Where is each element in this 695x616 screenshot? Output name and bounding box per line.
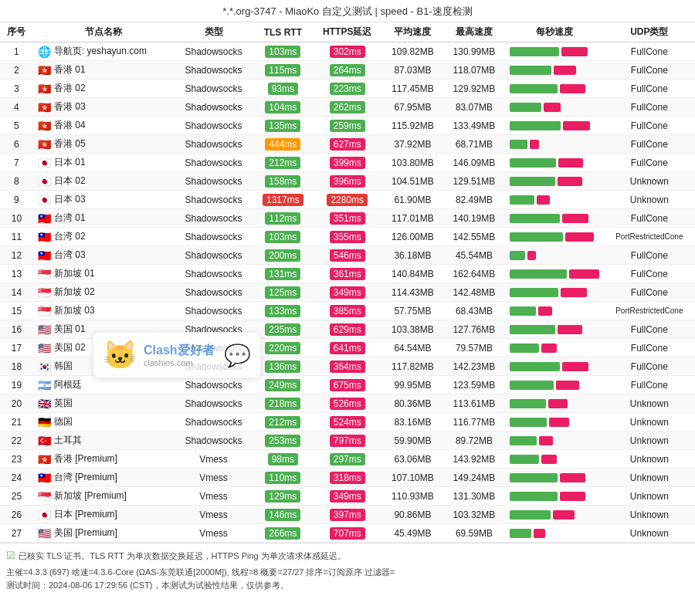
https-badge: 361ms — [330, 268, 365, 280]
cell-tls-rtt: 158ms — [253, 172, 313, 191]
cell-name: 🇰🇷韩国 — [33, 357, 174, 376]
https-badge: 399ms — [330, 157, 365, 169]
results-table: 序号 节点名称 类型 TLS RTT HTTPS延迟 平均速度 最高速度 每秒速… — [0, 22, 695, 543]
table-row: 17🇺🇸美国 02Shadowsocks220ms641ms64.54MB79.… — [0, 339, 695, 357]
node-label: 香港 [Premium] — [54, 452, 117, 465]
col-udp: UDP类型 — [604, 22, 695, 42]
cell-https-delay: 351ms — [313, 209, 382, 228]
cell-https-delay: 399ms — [313, 154, 382, 172]
table-row: 15🇸🇬新加坡 03Shadowsocks133ms385ms57.75MB68… — [0, 302, 695, 320]
flag-icon: 🇹🇼 — [38, 472, 51, 484]
cell-max-speed: 149.24MB — [443, 469, 504, 487]
cell-https-delay: 797ms — [313, 432, 382, 450]
cell-speed-bar — [505, 376, 604, 394]
node-label: 日本 03 — [54, 193, 86, 206]
https-badge: 297ms — [330, 453, 365, 465]
cell-avg-speed: 103.80MB — [382, 154, 443, 172]
cell-name: 🇭🇰香港 03 — [33, 98, 174, 117]
cell-id: 8 — [0, 172, 33, 191]
node-label: 英国 — [54, 397, 73, 410]
node-label: 香港 03 — [54, 100, 86, 113]
speed-bars — [510, 492, 599, 501]
cell-avg-speed: 37.92MB — [382, 135, 443, 154]
table-row: 12🇹🇼台湾 03Shadowsocks200ms546ms36.18MB45.… — [0, 246, 695, 265]
flag-icon: 🇭🇰 — [38, 453, 51, 465]
col-max: 最高速度 — [443, 22, 504, 42]
cell-type: Shadowsocks — [174, 394, 253, 413]
avg-bar — [510, 436, 537, 445]
node-label: 日本 [Premium] — [54, 508, 117, 521]
cell-type: Shadowsocks — [174, 42, 253, 61]
cell-avg-speed: 57.75MB — [382, 302, 443, 320]
cell-tls-rtt: 253ms — [253, 432, 313, 450]
cell-udp-type: Unknown — [604, 506, 695, 524]
cell-max-speed: 83.07MB — [443, 98, 504, 117]
https-badge: 396ms — [330, 175, 365, 188]
tls-badge: 115ms — [265, 64, 300, 76]
https-badge: 627ms — [330, 138, 365, 151]
node-label: 日本 02 — [54, 174, 86, 188]
https-badge: 385ms — [330, 305, 365, 317]
cell-max-speed: 142.55MB — [443, 228, 504, 246]
https-badge: 526ms — [330, 398, 365, 410]
cell-id: 15 — [0, 302, 33, 320]
cell-tls-rtt: 235ms — [253, 320, 313, 339]
cell-speed-bar — [505, 339, 604, 357]
cell-id: 9 — [0, 191, 33, 209]
avg-bar — [510, 84, 558, 93]
speed-bars — [510, 306, 599, 316]
table-row: 14🇸🇬新加坡 02Shadowsocks125ms349ms114.43MB1… — [0, 283, 695, 302]
https-badge: 355ms — [330, 231, 365, 243]
speed-bars — [510, 344, 599, 353]
cell-udp-type: Unknown — [604, 450, 695, 469]
tls-badge: 249ms — [265, 379, 300, 391]
tls-badge: 200ms — [265, 249, 300, 262]
cell-type: Shadowsocks — [174, 432, 253, 450]
cell-name: 🇸🇬新加坡 03 — [33, 302, 174, 320]
cell-max-speed: 45.54MB — [443, 246, 504, 265]
cell-name: 🇺🇸美国 02 — [33, 339, 174, 357]
cell-tls-rtt: 93ms — [253, 80, 313, 98]
tls-badge: 133ms — [265, 305, 300, 317]
speed-bars — [510, 399, 599, 408]
avg-bar — [510, 510, 551, 520]
cell-avg-speed: 90.86MB — [382, 506, 443, 524]
table-row: 6🇭🇰香港 05Shadowsocks444ms627ms37.92MB68.7… — [0, 135, 695, 154]
max-bar — [537, 195, 550, 205]
flag-icon: 🌐 — [38, 46, 51, 58]
cell-name: 🇭🇰香港 04 — [33, 117, 174, 135]
cell-avg-speed: 80.36MB — [382, 394, 443, 413]
cell-max-speed: 131.30MB — [443, 487, 504, 506]
cell-https-delay: 2280ms — [313, 191, 382, 209]
cell-name: 🇭🇰香港 05 — [33, 135, 174, 154]
node-label: 新加坡 02 — [54, 286, 95, 299]
https-badge: 223ms — [330, 83, 365, 95]
cell-avg-speed: 67.95MB — [382, 98, 443, 117]
cell-https-delay: 641ms — [313, 339, 382, 357]
footer-line1: 已核实 TLS 证书。TLS RTT 为单次数据交换延迟，HTTPS Ping … — [19, 550, 346, 564]
cell-avg-speed: 107.10MB — [382, 469, 443, 487]
avg-bar — [510, 47, 559, 56]
cell-udp-type: FullCone — [604, 98, 695, 117]
cell-tls-rtt: 135ms — [253, 117, 313, 135]
speed-bars — [510, 195, 599, 205]
table-row: 19🇦🇷阿根廷Shadowsocks249ms675ms99.95MB123.5… — [0, 376, 695, 394]
avg-bar — [510, 362, 560, 371]
cell-https-delay: 264ms — [313, 61, 382, 80]
cell-udp-type: FullCone — [604, 339, 695, 357]
cell-name: 🇹🇼台湾 02 — [33, 228, 174, 246]
avg-bar — [510, 177, 555, 186]
cell-udp-type: PortRestrictedCone — [604, 228, 695, 246]
cell-avg-speed: 103.38MB — [382, 320, 443, 339]
node-label: 新加坡 03 — [54, 304, 95, 317]
cell-speed-bar — [505, 80, 604, 98]
max-bar — [538, 306, 552, 316]
https-badge: 524ms — [330, 416, 365, 428]
cell-tls-rtt: 104ms — [253, 98, 313, 117]
max-bar — [560, 473, 585, 482]
cell-speed-bar — [505, 42, 604, 61]
cell-avg-speed: 83.16MB — [382, 413, 443, 432]
cell-avg-speed: 117.01MB — [382, 209, 443, 228]
cell-speed-bar — [505, 117, 604, 135]
node-label: 香港 05 — [54, 137, 86, 151]
